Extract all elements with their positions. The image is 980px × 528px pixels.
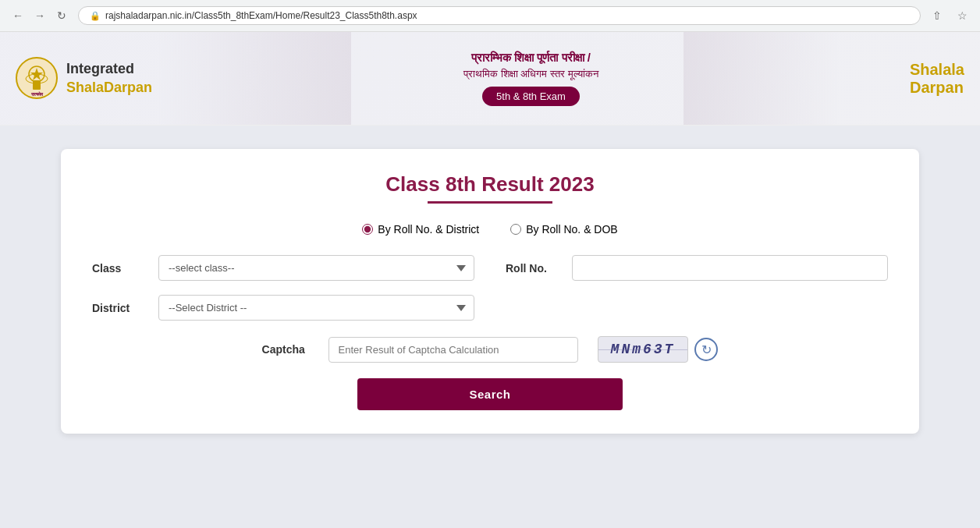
darpan-text: la bbox=[951, 61, 964, 78]
svg-text:सत्यमेव: सत्यमेव bbox=[30, 91, 44, 97]
class-field: Class --select class-- Class 5th Class 8… bbox=[92, 255, 474, 281]
logo-shaladarpan: ShalaDarpan bbox=[66, 79, 152, 97]
hindi-title-bottom: प्राथमिक शिक्षा अधिगम स्तर मूल्यांकन bbox=[463, 68, 598, 80]
header-right: Shalala Darpan bbox=[910, 61, 964, 97]
svg-rect-3 bbox=[33, 80, 41, 90]
header-center: प्रारम्भिक शिक्षा पूर्णता परीक्षा / प्रा… bbox=[463, 51, 598, 106]
header-decorative-left bbox=[156, 32, 351, 125]
refresh-nav-button[interactable]: ↻ bbox=[53, 7, 70, 24]
class-select[interactable]: --select class-- Class 5th Class 8th bbox=[158, 255, 474, 281]
district-select[interactable]: --Select District -- bbox=[158, 295, 474, 321]
search-type-group: By Roll No. & District By Roll No. & DOB bbox=[92, 223, 888, 236]
shala-text: Shala bbox=[910, 61, 951, 78]
radio-roll-district-input[interactable] bbox=[362, 224, 373, 235]
rollno-input-wrapper bbox=[572, 255, 888, 281]
rollno-field: Roll No. bbox=[506, 255, 888, 281]
back-button[interactable]: ← bbox=[9, 7, 27, 24]
rollno-label: Roll No. bbox=[506, 262, 560, 275]
captcha-text: MNm63T bbox=[598, 336, 689, 363]
bookmark-button[interactable]: ☆ bbox=[953, 7, 971, 24]
header-decorative-right bbox=[684, 32, 840, 125]
captcha-refresh-button[interactable]: ↻ bbox=[694, 338, 718, 361]
radio-roll-district-label: By Roll No. & District bbox=[378, 223, 479, 236]
captcha-input[interactable] bbox=[328, 337, 578, 363]
search-button[interactable]: Search bbox=[357, 378, 623, 410]
logo-text: Integrated ShalaDarpan bbox=[66, 60, 152, 97]
radio-roll-dob-label: By Roll No. & DOB bbox=[526, 223, 617, 236]
page-title: Class 8th Result 2023 bbox=[92, 172, 888, 197]
darpan-full: Darpan bbox=[910, 79, 964, 96]
main-content: Class 8th Result 2023 By Roll No. & Dist… bbox=[0, 126, 980, 457]
share-button[interactable]: ⇧ bbox=[929, 7, 946, 24]
radio-roll-dob[interactable]: By Roll No. & DOB bbox=[510, 223, 617, 236]
site-header: सत्यमेव Integrated ShalaDarpan प्रारम्भि… bbox=[0, 32, 980, 126]
district-label: District bbox=[92, 302, 147, 314]
result-card: Class 8th Result 2023 By Roll No. & Dist… bbox=[61, 149, 919, 434]
captcha-field: Captcha MNm63T ↻ bbox=[262, 336, 719, 363]
shala-logo: Shalala Darpan bbox=[910, 61, 964, 97]
exam-badge: 5th & 8th Exam bbox=[482, 87, 580, 106]
forward-button[interactable]: → bbox=[31, 7, 48, 24]
captcha-label: Captcha bbox=[262, 343, 317, 356]
radio-roll-dob-input[interactable] bbox=[510, 224, 521, 235]
logo-integrated: Integrated bbox=[66, 60, 152, 78]
hindi-title-top: प्रारम्भिक शिक्षा पूर्णता परीक्षा / bbox=[463, 51, 598, 65]
title-underline bbox=[428, 201, 552, 204]
browser-chrome: ← → ↻ 🔒 rajshaladarpan.nic.in/Class5th_8… bbox=[0, 0, 980, 32]
lock-icon: 🔒 bbox=[90, 11, 101, 21]
rollno-input[interactable] bbox=[572, 255, 888, 281]
form-grid: Class --select class-- Class 5th Class 8… bbox=[92, 255, 888, 321]
address-bar[interactable]: 🔒 rajshaladarpan.nic.in/Class5th_8thExam… bbox=[78, 6, 921, 25]
url-text: rajshaladarpan.nic.in/Class5th_8thExam/H… bbox=[105, 10, 417, 21]
district-input-wrapper: --Select District -- bbox=[158, 295, 474, 321]
class-label: Class bbox=[92, 262, 147, 275]
class-input-wrapper: --select class-- Class 5th Class 8th bbox=[158, 255, 474, 281]
captcha-row: Captcha MNm63T ↻ bbox=[92, 336, 888, 363]
district-field: District --Select District -- bbox=[92, 295, 474, 321]
search-button-row: Search bbox=[92, 378, 888, 410]
logo-section: सत्यमेव Integrated ShalaDarpan bbox=[16, 57, 152, 100]
captcha-image-wrapper: MNm63T ↻ bbox=[598, 336, 719, 363]
nav-buttons: ← → ↻ bbox=[9, 7, 70, 24]
radio-roll-district[interactable]: By Roll No. & District bbox=[362, 223, 479, 236]
national-emblem: सत्यमेव bbox=[16, 57, 59, 100]
